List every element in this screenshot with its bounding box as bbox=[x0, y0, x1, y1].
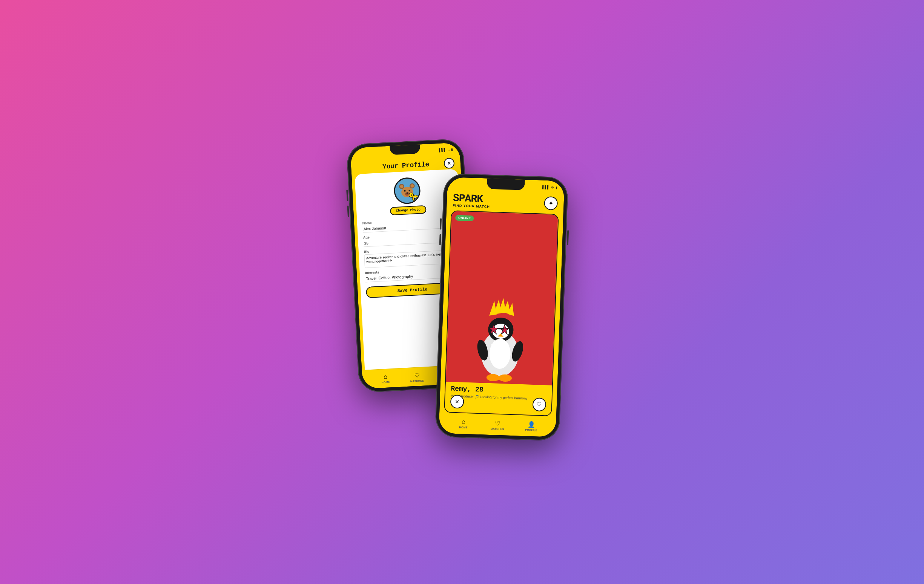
dislike-button[interactable]: ✕ bbox=[450, 395, 464, 408]
home-label: HOME bbox=[381, 380, 390, 383]
profile-title: Your Profile bbox=[383, 161, 429, 170]
status-icons-2: ▌▌▌ ⊙ ▮ bbox=[542, 185, 558, 189]
status-icons: ▌▌▌ .; ▮ bbox=[439, 148, 453, 152]
nav-home[interactable]: ⌂ HOME bbox=[377, 373, 394, 384]
app-bottom-nav: ⌂ HOME ♡ MATCHES 👤 PROFILE bbox=[439, 412, 556, 437]
nav-matches[interactable]: ♡ MATCHES bbox=[408, 371, 426, 382]
app-nav-home[interactable]: ⌂ HOME bbox=[455, 418, 472, 429]
app-tagline: FIND YOUR MATCH bbox=[452, 204, 490, 208]
app-logo: SPARK FIND YOUR MATCH bbox=[452, 193, 490, 208]
app-nav-matches[interactable]: ♡ MATCHES bbox=[489, 419, 506, 431]
online-badge: ONLINE bbox=[455, 215, 474, 222]
match-card: ONLINE bbox=[444, 210, 559, 416]
avatar-circle: $ 📷 bbox=[393, 177, 421, 205]
main-screen: ▌▌▌ ⊙ ▮ SPARK FIND YOUR MATCH ✦ bbox=[439, 177, 564, 437]
app-home-label: HOME bbox=[459, 426, 468, 429]
camera-badge-icon: 📷 bbox=[412, 195, 419, 202]
volume-up-btn bbox=[346, 190, 348, 201]
sparkle-button[interactable]: ✦ bbox=[544, 196, 558, 210]
home-icon: ⌂ bbox=[384, 373, 388, 380]
app-name: SPARK bbox=[453, 193, 491, 205]
phone-2-main: ▌▌▌ ⊙ ▮ SPARK FIND YOUR MATCH ✦ bbox=[435, 173, 568, 441]
signal-icon-2: ▌▌▌ bbox=[542, 185, 549, 189]
app-matches-icon: ♡ bbox=[495, 419, 500, 426]
signal-icon: ▌▌▌ bbox=[439, 148, 447, 152]
matches-icon: ♡ bbox=[414, 372, 420, 379]
character-name: Remy, 28 bbox=[451, 385, 483, 393]
app-home-icon: ⌂ bbox=[462, 419, 465, 425]
app-matches-label: MATCHES bbox=[491, 427, 504, 430]
like-icon: ♡ bbox=[537, 401, 542, 407]
app-nav-profile[interactable]: 👤 PROFILE bbox=[523, 421, 540, 432]
change-photo-button[interactable]: Change Photo bbox=[389, 206, 427, 216]
penguin-character-icon bbox=[469, 296, 532, 384]
battery-icon-2: ▮ bbox=[556, 186, 558, 189]
battery-icon: ▮ bbox=[451, 148, 453, 151]
close-button[interactable]: ✕ bbox=[444, 158, 454, 169]
app-profile-icon: 👤 bbox=[528, 421, 536, 428]
wifi-icon: .; bbox=[448, 148, 450, 151]
wifi-icon-2: ⊙ bbox=[551, 185, 554, 189]
app-profile-label: PROFILE bbox=[525, 428, 538, 431]
svg-rect-25 bbox=[497, 328, 504, 330]
dislike-icon: ✕ bbox=[455, 399, 460, 405]
avatar-section: $ 📷 Change Photo bbox=[360, 175, 455, 217]
like-button[interactable]: ♡ bbox=[532, 398, 546, 411]
sparkle-icon: ✦ bbox=[548, 200, 554, 207]
notch-2 bbox=[487, 178, 525, 190]
matches-label: MATCHES bbox=[410, 379, 424, 382]
power-btn-2 bbox=[567, 230, 569, 245]
volume-down-btn bbox=[347, 206, 349, 217]
